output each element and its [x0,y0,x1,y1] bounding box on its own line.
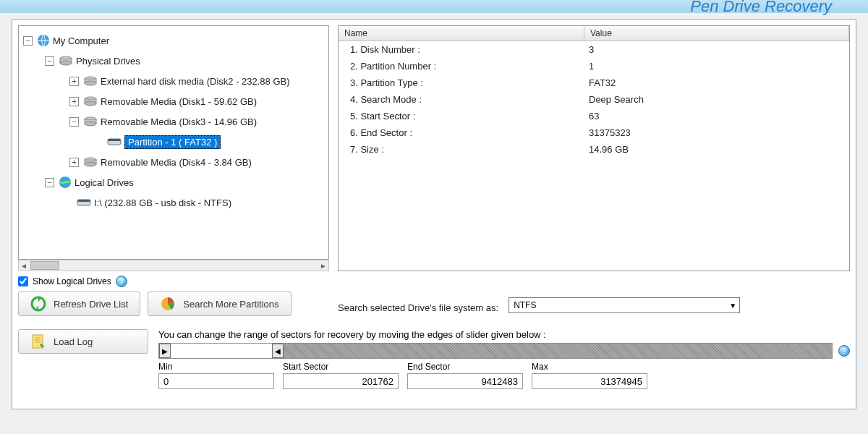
tree-node-physical[interactable]: − Physical Drives [20,51,327,71]
max-value[interactable]: 31374945 [532,373,647,389]
tree-label: My Computer [53,35,109,46]
svg-rect-20 [77,200,90,202]
drive-icon [83,95,98,107]
end-sector-label: End Sector [407,362,523,372]
tree-label-selected: Partition - 1 ( FAT32 ) [124,135,221,149]
slider-selected-range[interactable] [171,344,272,358]
help-icon[interactable]: ? [116,276,127,287]
table-row[interactable]: 4. Search Mode :Deep Search [339,91,849,108]
slider-caption: You can change the range of sectors for … [158,329,850,340]
svg-point-6 [85,81,96,85]
tree-node-disk1[interactable]: + Removable Media (Disk1 - 59.62 GB) [20,91,327,111]
expand-icon[interactable]: + [69,77,79,86]
drive-icon [77,197,91,208]
tree-node-logical-i[interactable]: I:\ (232.88 GB - usb disk - NTFS) [20,192,327,213]
svg-point-12 [85,122,96,126]
drive-icon [59,55,73,67]
tree-node-disk4[interactable]: + Removable Media (Disk4 - 3.84 GB) [20,152,327,172]
start-sector-value[interactable]: 201762 [283,373,399,389]
tree-label: Removable Media (Disk3 - 14.96 GB) [101,116,257,127]
help-icon[interactable]: ? [838,345,850,357]
refresh-drive-list-button[interactable]: Refresh Drive List [18,292,140,316]
collapse-icon[interactable]: − [45,56,54,66]
min-value[interactable]: 0 [158,373,274,389]
table-row[interactable]: 5. Start Sector :63 [339,108,849,124]
drive-icon [83,156,98,168]
filesystem-select[interactable]: NTFS ▼ [509,297,740,313]
table-row[interactable]: 6. End Sector :31375323 [339,124,849,141]
drive-icon [83,116,98,127]
start-sector-label: Start Sector [283,362,399,372]
sector-range-slider[interactable]: ▶ ◀ [158,343,833,359]
min-label: Min [158,362,274,372]
expand-icon[interactable]: + [69,97,79,106]
search-as-label: Search selected Drive's file system as: [338,302,498,313]
expand-icon[interactable]: + [69,158,79,167]
scroll-right-icon[interactable]: ► [320,262,327,270]
tree-label: External hard disk media (Disk2 - 232.88… [101,76,290,87]
tree-node-disk3[interactable]: − Removable Media (Disk3 - 14.96 GB) [20,111,327,132]
scroll-thumb[interactable] [30,261,59,270]
main-panel: − My Computer − Physical Drives + [12,19,856,409]
table-row[interactable]: 2. Partition Number :1 [339,58,849,75]
refresh-icon [30,296,46,312]
end-sector-value[interactable]: 9412483 [407,373,523,389]
col-header-name[interactable]: Name [339,26,584,41]
computer-icon [37,34,50,47]
app-title: Pen Drive Recovery [690,0,832,16]
button-label: Refresh Drive List [54,299,128,310]
load-log-button[interactable]: Load Log [18,329,148,354]
tree-node-mycomputer[interactable]: − My Computer [20,30,327,51]
show-logical-checkbox[interactable] [18,276,28,286]
globe-icon [59,176,72,189]
slider-unselected[interactable] [284,344,832,358]
tree-node-logical[interactable]: − Logical Drives [20,172,327,192]
collapse-icon[interactable]: − [23,36,33,46]
tree-node-partition-selected[interactable]: Partition - 1 ( FAT32 ) [20,132,327,152]
show-logical-label: Show Logical Drives [33,276,111,286]
scroll-left-icon[interactable]: ◄ [20,262,27,270]
tree-label: Logical Drives [75,177,134,188]
properties-grid: Name Value 1. Disk Number :3 2. Partitio… [338,25,850,271]
drive-icon [83,75,98,87]
drive-tree[interactable]: − My Computer − Physical Drives + [18,25,329,260]
svg-point-17 [85,162,96,166]
table-row[interactable]: 7. Size :14.96 GB [339,141,849,158]
collapse-icon[interactable]: − [69,117,79,127]
svg-point-9 [85,101,96,106]
tree-node-disk2[interactable]: + External hard disk media (Disk2 - 232.… [20,71,327,91]
table-row[interactable]: 1. Disk Number :3 [339,41,849,58]
chevron-down-icon: ▼ [729,302,736,310]
collapse-icon[interactable]: − [45,178,54,187]
select-value: NTFS [514,300,536,310]
tree-label: Physical Drives [76,56,140,67]
svg-rect-14 [108,139,121,141]
slider-start-handle[interactable]: ▶ [159,344,171,358]
tree-label: Removable Media (Disk1 - 59.62 GB) [101,96,257,107]
log-icon [30,333,46,349]
button-label: Search More Partitions [183,299,278,310]
pie-icon [160,296,176,312]
max-label: Max [532,362,647,372]
col-header-value[interactable]: Value [584,26,849,41]
slider-end-handle[interactable]: ◀ [272,344,284,358]
tree-h-scrollbar[interactable]: ◄ ► [18,260,329,271]
title-bar: Pen Drive Recovery [0,0,868,13]
tree-label: Removable Media (Disk4 - 3.84 GB) [101,157,252,168]
table-row[interactable]: 3. Partition Type :FAT32 [339,75,849,91]
tree-label: I:\ (232.88 GB - usb disk - NTFS) [94,197,231,208]
button-label: Load Log [54,336,93,347]
drive-icon [107,136,122,148]
svg-point-3 [60,61,72,65]
search-more-partitions-button[interactable]: Search More Partitions [148,292,291,316]
